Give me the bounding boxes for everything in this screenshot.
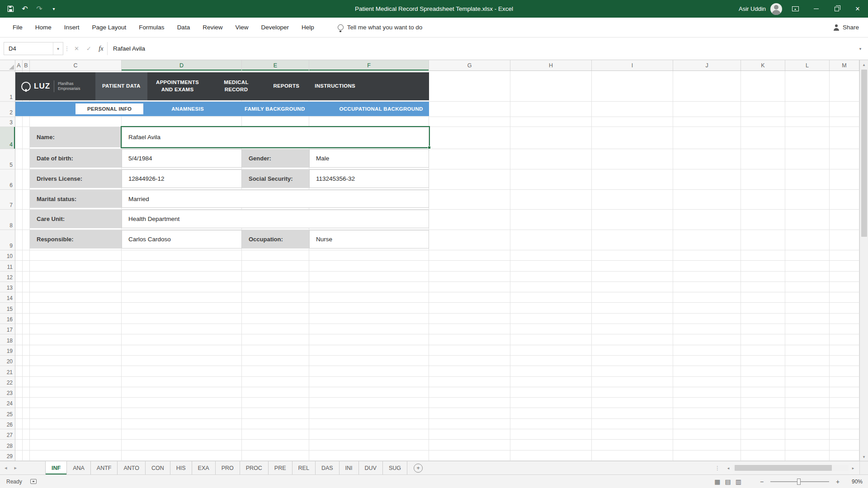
row-header[interactable]: 28: [0, 440, 15, 450]
license-field-label[interactable]: Drivers License:: [30, 169, 122, 188]
sheet-tab[interactable]: ANTF: [91, 461, 118, 474]
account-avatar[interactable]: [770, 3, 782, 15]
sheet-tab[interactable]: ANTO: [118, 461, 146, 474]
row-header[interactable]: 16: [0, 314, 15, 324]
row-header[interactable]: 4: [0, 127, 15, 149]
column-header[interactable]: L: [785, 60, 830, 70]
row-header[interactable]: 26: [0, 419, 15, 429]
insert-function-icon[interactable]: fx: [95, 45, 107, 52]
horizontal-scrollbar[interactable]: ◂ ▸: [724, 461, 859, 474]
sub-tab[interactable]: FAMILY BACKGROUND: [240, 106, 310, 112]
scrollbar-grip-icon[interactable]: ⋮: [711, 461, 724, 474]
row-header[interactable]: 13: [0, 282, 15, 292]
close-button[interactable]: ✕: [847, 0, 868, 18]
row-header[interactable]: 15: [0, 303, 15, 313]
column-header[interactable]: F: [309, 60, 429, 70]
row-header[interactable]: 18: [0, 334, 15, 345]
ribbon-tab[interactable]: Review: [196, 18, 229, 37]
row-header[interactable]: 11: [0, 261, 15, 271]
formula-input[interactable]: Rafael Avila: [108, 42, 854, 55]
column-header[interactable]: J: [673, 60, 741, 70]
ribbon-tab[interactable]: Developer: [255, 18, 295, 37]
marital-field-value[interactable]: Married: [122, 190, 429, 208]
row-header[interactable]: 9: [0, 230, 15, 250]
row-header[interactable]: 5: [0, 149, 15, 169]
sub-tab[interactable]: ANAMNESIS: [167, 106, 208, 112]
row-header[interactable]: 27: [0, 429, 15, 440]
tab-nav-left-icon[interactable]: ◂: [5, 465, 7, 471]
row-header[interactable]: 1: [0, 71, 15, 102]
row-header[interactable]: 7: [0, 190, 15, 210]
responsible-field-label[interactable]: Responsible:: [30, 230, 122, 249]
column-header[interactable]: H: [510, 60, 592, 70]
row-header[interactable]: 10: [0, 250, 15, 261]
column-header[interactable]: A: [15, 60, 23, 70]
page-layout-view-icon[interactable]: ▤: [725, 478, 731, 485]
ribbon-tab[interactable]: Page Layout: [86, 18, 133, 37]
column-header[interactable]: D: [122, 60, 242, 70]
zoom-in-icon[interactable]: +: [835, 478, 841, 485]
sheet-tab[interactable]: CON: [146, 461, 170, 474]
account-name[interactable]: Asir Uddin: [739, 5, 766, 12]
scroll-down-icon[interactable]: ▾: [860, 452, 868, 461]
minimize-button[interactable]: [806, 0, 826, 18]
column-header[interactable]: G: [429, 60, 510, 70]
column-header[interactable]: B: [23, 60, 30, 70]
macro-record-icon[interactable]: [30, 479, 37, 484]
scroll-up-icon[interactable]: ▴: [860, 60, 868, 69]
ribbon-tab[interactable]: Home: [29, 18, 58, 37]
row-header[interactable]: 25: [0, 408, 15, 418]
scroll-right-icon[interactable]: ▸: [849, 466, 858, 470]
dob-field-label[interactable]: Date of birth:: [30, 149, 122, 168]
customize-qat-icon[interactable]: ▾: [47, 2, 61, 16]
redo-icon[interactable]: ↷: [33, 2, 46, 16]
row-header[interactable]: 6: [0, 169, 15, 190]
restore-button[interactable]: [826, 0, 847, 18]
zoom-slider[interactable]: [770, 479, 829, 485]
nav-tab[interactable]: INSTRUCTIONS: [308, 72, 362, 100]
sheet-tab[interactable]: SUG: [383, 461, 407, 474]
gender-field-value[interactable]: Male: [309, 149, 429, 168]
license-field-value[interactable]: 12844926-12: [122, 169, 242, 188]
row-header[interactable]: 23: [0, 387, 15, 398]
sheet-tab[interactable]: ANA: [67, 461, 91, 474]
select-all-corner[interactable]: [0, 60, 15, 70]
horizontal-scroll-track[interactable]: [733, 465, 849, 471]
name-field-label[interactable]: Name:: [30, 127, 122, 147]
occupation-field-label[interactable]: Occupation:: [242, 230, 309, 249]
page-break-view-icon[interactable]: ▥: [736, 478, 741, 485]
ribbon-tab[interactable]: Help: [295, 18, 321, 37]
occupation-field-value[interactable]: Nurse: [309, 230, 429, 249]
careunit-field-value[interactable]: Health Department: [122, 210, 429, 228]
horizontal-scroll-thumb[interactable]: [735, 465, 832, 471]
ribbon-display-options-icon[interactable]: ▴: [788, 2, 803, 16]
row-header[interactable]: 19: [0, 345, 15, 356]
row-header[interactable]: 22: [0, 377, 15, 387]
column-header[interactable]: E: [242, 60, 309, 70]
row-header[interactable]: 24: [0, 398, 15, 408]
row-header[interactable]: 21: [0, 366, 15, 376]
name-box[interactable]: D4 ▾: [4, 42, 63, 55]
gender-field-label[interactable]: Gender:: [242, 149, 309, 168]
row-header[interactable]: 3: [0, 117, 15, 127]
enter-icon[interactable]: ✓: [83, 45, 95, 52]
ribbon-tab[interactable]: Data: [171, 18, 197, 37]
sheet-tab[interactable]: DAS: [316, 461, 340, 474]
marital-field-label[interactable]: Marital status:: [30, 190, 122, 208]
vertical-scrollbar[interactable]: ▴ ▾: [859, 60, 868, 461]
nav-tab[interactable]: APPOINTMENTS AND EXAMS: [149, 72, 206, 100]
sheet-tab[interactable]: PRE: [269, 461, 292, 474]
ribbon-tab[interactable]: File: [6, 18, 29, 37]
sub-tab[interactable]: OCCUPATIONAL BACKGROUND: [335, 106, 428, 112]
sheet-canvas[interactable]: LUZ Planilhas Empresariais PATIENT DATAA…: [15, 71, 859, 461]
ssn-field-value[interactable]: 113245356-32: [309, 169, 429, 188]
sheet-tab[interactable]: REL: [292, 461, 316, 474]
nav-tab[interactable]: REPORTS: [267, 72, 307, 100]
fill-handle[interactable]: [428, 146, 431, 149]
sheet-tab[interactable]: PROC: [240, 461, 269, 474]
column-header[interactable]: C: [30, 60, 122, 70]
row-header[interactable]: 8: [0, 210, 15, 230]
tab-nav-right-icon[interactable]: ▸: [14, 465, 17, 471]
sheet-tab[interactable]: PRO: [216, 461, 240, 474]
name-box-value[interactable]: D4: [4, 45, 53, 52]
